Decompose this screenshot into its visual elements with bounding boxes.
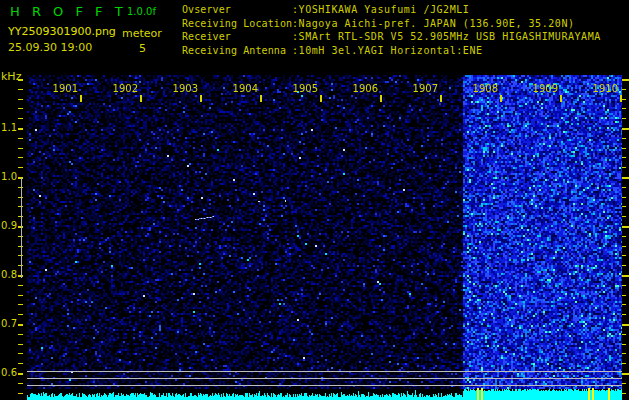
time-label: 1909 (526, 83, 558, 94)
frequency-range-marker (21, 178, 22, 278)
y-minor-tick (18, 99, 23, 100)
y-minor-tick-right (622, 295, 626, 296)
y-minor-tick (18, 89, 23, 90)
y-minor-tick-right (622, 334, 626, 335)
time-label: 1906 (346, 83, 378, 94)
y-minor-tick (18, 393, 23, 394)
info-label: Receiver (182, 30, 292, 44)
time-label: 1910 (586, 83, 618, 94)
time-label: 1902 (106, 83, 138, 94)
output-filename: YY2509301900.png (8, 25, 116, 38)
info-row: Ovserver:YOSHIKAWA Yasufumi /JG2MLI (182, 3, 601, 17)
mode-label: meteor (122, 27, 162, 40)
info-row: Receiving Location:Nagoya Aichi-pref. JA… (182, 17, 601, 31)
y-minor-tick (18, 148, 23, 149)
time-tick (200, 95, 202, 102)
app-version: 1.0.0f (127, 6, 156, 17)
y-minor-tick (18, 118, 23, 119)
y-minor-tick (18, 334, 23, 335)
y-minor-tick-right (622, 89, 626, 90)
app-title: H R O F F T (10, 4, 127, 19)
y-minor-tick-right (622, 167, 626, 168)
time-label: 1905 (286, 83, 318, 94)
time-tick (80, 95, 82, 102)
y-minor-tick (18, 167, 23, 168)
y-minor-tick-right (622, 197, 626, 198)
info-value: :YOSHIKAWA Yasufumi /JG2MLI (292, 4, 469, 15)
y-major-tick-right (622, 79, 629, 81)
time-tick (500, 95, 502, 102)
y-major-tick (18, 324, 23, 326)
time-tick (560, 95, 562, 102)
y-minor-tick (18, 304, 23, 305)
y-minor-tick-right (622, 285, 626, 286)
y-major-tick-right (622, 226, 629, 228)
observation-datetime: 25.09.30 19:00 (8, 41, 92, 54)
y-minor-tick (18, 383, 23, 384)
time-tick (380, 95, 382, 102)
y-minor-tick-right (622, 344, 626, 345)
y-major-tick-right (622, 128, 629, 130)
y-minor-tick (18, 108, 23, 109)
y-minor-tick-right (622, 255, 626, 256)
time-tick (320, 95, 322, 102)
time-label: 1903 (166, 83, 198, 94)
y-major-tick-right (622, 275, 629, 277)
time-label: 1908 (466, 83, 498, 94)
y-major-tick (18, 373, 23, 375)
y-minor-tick-right (622, 108, 626, 109)
y-axis-unit: kHz (1, 70, 21, 83)
info-value: :Nagoya Aichi-pref. JAPAN (136.90E, 35.2… (292, 18, 575, 29)
y-minor-tick-right (622, 187, 626, 188)
y-axis-label: 0.8 (0, 269, 17, 280)
time-label: 1907 (406, 83, 438, 94)
meteor-count: 5 (139, 42, 146, 55)
hrofft-window: H R O F F T 1.0.0f YY2509301900.png mete… (0, 0, 629, 400)
y-axis-label: 0.9 (0, 220, 17, 231)
y-minor-tick-right (622, 118, 626, 119)
y-minor-tick-right (622, 314, 626, 315)
y-minor-tick (18, 314, 23, 315)
station-info: Ovserver:YOSHIKAWA Yasufumi /JG2MLIRecei… (182, 3, 601, 57)
y-minor-tick-right (622, 246, 626, 247)
y-minor-tick (18, 295, 23, 296)
y-minor-tick-right (622, 236, 626, 237)
time-tick (260, 95, 262, 102)
y-minor-tick (18, 157, 23, 158)
y-axis-label: 0.6 (0, 367, 17, 378)
y-minor-tick (18, 344, 23, 345)
y-axis-label: 0.7 (0, 318, 17, 329)
info-value: :10mH 3el.YAGI Horizontal:ENE (292, 45, 483, 56)
y-minor-tick (18, 285, 23, 286)
y-minor-tick-right (622, 304, 626, 305)
y-minor-tick-right (622, 216, 626, 217)
time-tick (440, 95, 442, 102)
y-minor-tick-right (622, 265, 626, 266)
info-row: Receiving Antenna:10mH 3el.YAGI Horizont… (182, 44, 601, 58)
y-axis-label: 1.1 (0, 122, 17, 133)
y-minor-tick (18, 138, 23, 139)
time-label: 1901 (46, 83, 78, 94)
y-major-tick (18, 128, 23, 130)
time-label: 1904 (226, 83, 258, 94)
spectrogram-canvas (27, 75, 622, 400)
y-minor-tick (18, 353, 23, 354)
y-minor-tick-right (622, 206, 626, 207)
y-minor-tick-right (622, 148, 626, 149)
time-tick (140, 95, 142, 102)
info-value: :SMArt RTL-SDR V5 52.905MHz USB HIGASHIM… (292, 31, 601, 42)
y-major-tick-right (622, 177, 629, 179)
y-minor-tick-right (622, 138, 626, 139)
y-minor-tick-right (622, 383, 626, 384)
y-minor-tick-right (622, 393, 626, 394)
y-minor-tick (18, 363, 23, 364)
y-axis-label: 1.0 (0, 171, 17, 182)
y-minor-tick-right (622, 363, 626, 364)
y-major-tick-right (622, 324, 629, 326)
y-minor-tick-right (622, 353, 626, 354)
info-label: Receiving Antenna (182, 44, 292, 58)
y-minor-tick-right (622, 99, 626, 100)
info-label: Receiving Location (182, 17, 292, 31)
y-major-tick (18, 79, 23, 81)
y-minor-tick-right (622, 157, 626, 158)
